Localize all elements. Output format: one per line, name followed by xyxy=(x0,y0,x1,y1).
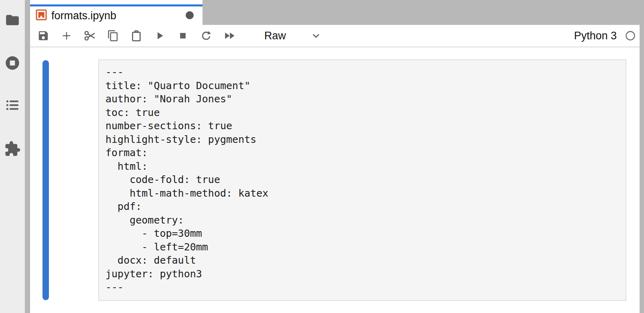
code-line: title: "Quarto Document" xyxy=(105,79,619,93)
code-line: html-math-method: katex xyxy=(105,187,619,200)
run-cell-button[interactable] xyxy=(154,30,166,42)
code-line: --- xyxy=(105,280,619,294)
window-right-edge xyxy=(640,0,644,313)
restart-run-all-button[interactable] xyxy=(223,30,235,42)
code-line: --- xyxy=(105,65,619,79)
code-line: - top=30mm xyxy=(105,227,619,240)
scissors-icon xyxy=(83,29,96,42)
plus-icon xyxy=(61,30,73,42)
restart-kernel-button[interactable] xyxy=(200,30,212,42)
tab-bar: formats.ipynb xyxy=(30,0,640,25)
code-line: pdf: xyxy=(105,200,619,213)
code-line: format: xyxy=(105,146,619,160)
chevron-down-icon xyxy=(311,30,321,41)
jupyterlab-window: formats.ipynb xyxy=(0,0,644,313)
kernel-idle-circle-icon[interactable] xyxy=(625,30,636,41)
code-line: docx: default xyxy=(105,254,619,267)
sidebar-item-file-browser[interactable] xyxy=(0,9,25,31)
code-line: - left=20mm xyxy=(105,240,619,254)
tab-formats-ipynb[interactable]: formats.ipynb xyxy=(30,0,203,25)
kernel-indicator: Python 3 xyxy=(574,30,636,42)
cut-cell-button[interactable] xyxy=(84,30,96,42)
notebook-icon xyxy=(36,9,47,22)
sidebar-item-extensions[interactable] xyxy=(0,138,25,160)
notebook-panel: ---title: "Quarto Document"author: "Nora… xyxy=(30,47,640,313)
sidebar-item-running-kernels[interactable] xyxy=(0,52,25,74)
code-line: number-sections: true xyxy=(105,119,619,133)
cell-code: ---title: "Quarto Document"author: "Nora… xyxy=(99,60,626,299)
sidebar-item-table-of-contents[interactable] xyxy=(0,94,25,116)
folder-icon xyxy=(5,12,20,28)
unsaved-changes-indicator[interactable] xyxy=(186,11,194,19)
notebook-toolbar: Raw Python 3 xyxy=(30,25,640,47)
main-area: formats.ipynb xyxy=(30,0,640,313)
save-icon xyxy=(37,30,49,42)
save-button[interactable] xyxy=(37,30,49,42)
tab-title: formats.ipynb xyxy=(51,10,116,22)
code-line: highlight-style: pygments xyxy=(105,133,619,146)
cell-type-dropdown[interactable]: Raw xyxy=(264,30,321,42)
copy-cell-button[interactable] xyxy=(107,30,119,42)
interrupt-kernel-button[interactable] xyxy=(177,30,189,42)
code-line: author: "Norah Jones" xyxy=(105,92,619,106)
insert-cell-button[interactable] xyxy=(61,30,73,42)
raw-cell-editor[interactable]: ---title: "Quarto Document"author: "Nora… xyxy=(98,59,626,301)
activity-sidebar xyxy=(0,0,25,313)
kernel-name[interactable]: Python 3 xyxy=(574,30,617,42)
active-cell-indicator[interactable] xyxy=(43,60,49,300)
play-icon xyxy=(154,30,166,42)
stop-icon xyxy=(177,30,189,42)
sidebar-divider xyxy=(25,0,30,313)
code-line: geometry: xyxy=(105,213,619,227)
code-line: toc: true xyxy=(105,106,619,120)
clipboard-icon xyxy=(130,30,142,42)
puzzle-icon xyxy=(4,140,21,157)
code-line: jupyter: python3 xyxy=(105,267,619,281)
fast-forward-icon xyxy=(223,29,236,42)
copy-icon xyxy=(107,30,119,42)
paste-cell-button[interactable] xyxy=(130,30,142,42)
code-line: code-fold: true xyxy=(105,173,619,187)
refresh-icon xyxy=(200,30,212,42)
list-icon xyxy=(5,98,20,113)
cell-type-value: Raw xyxy=(264,30,286,42)
code-line: html: xyxy=(105,160,619,173)
stop-circle-icon xyxy=(4,55,20,71)
